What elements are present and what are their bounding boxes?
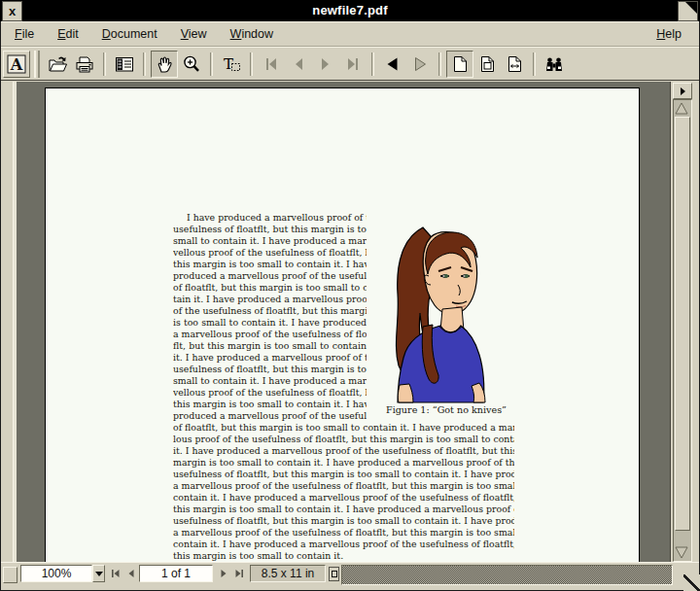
menu-file[interactable]: File — [15, 27, 34, 41]
text-line: this margin is too small to contain it. … — [173, 259, 367, 270]
text-line: it. I have produced a marvellous proof o… — [173, 352, 367, 364]
status-previous-page-icon — [125, 568, 137, 579]
horizontal-scrollbar[interactable] — [341, 565, 673, 585]
menu-edit[interactable]: Edit — [57, 27, 79, 41]
previous-page-button[interactable] — [285, 51, 312, 78]
go-back-icon — [382, 53, 403, 75]
text-line: contain it. I have produced a marvellous… — [173, 492, 514, 504]
pdf-page[interactable]: I have produced a marvellous proof of th… — [45, 87, 640, 562]
last-page-icon — [342, 53, 364, 75]
text-line: is too small to contain it. I have produ… — [173, 317, 367, 329]
print-icon — [74, 53, 95, 75]
scroll-down-icon — [675, 546, 688, 559]
text-line: a marvellous proof of the usefulness of … — [173, 329, 367, 340]
page-text: I have produced a marvellous proof of th… — [173, 212, 514, 562]
text-line: vellous proof of the usefulness of float… — [173, 247, 367, 259]
status-last-page-button[interactable] — [232, 566, 246, 581]
navigation-pane-icon — [114, 53, 135, 75]
wide-text-column: of floatflt, but this margin is too smal… — [173, 422, 514, 562]
status-first-page-button[interactable] — [109, 566, 122, 581]
find-button[interactable] — [541, 51, 568, 78]
status-last-page-icon — [233, 568, 245, 579]
scroll-up-button[interactable] — [675, 102, 688, 115]
text-line: produced a marvellous proof of the usefu… — [173, 270, 367, 282]
statusbar-splitter-handle[interactable] — [3, 567, 18, 583]
scroll-down-button[interactable] — [675, 546, 688, 559]
acrobat-logo-button[interactable]: A — [3, 51, 30, 78]
svg-text:A: A — [10, 55, 23, 74]
menu-document[interactable]: Document — [102, 27, 158, 41]
window-title: newfile7.pdf — [0, 3, 700, 17]
find-icon — [543, 53, 565, 75]
woman-portrait-image — [378, 212, 499, 403]
go-back-button[interactable] — [379, 51, 406, 78]
go-forward-icon — [409, 53, 431, 75]
toolbar-separator — [210, 52, 213, 76]
window-resize-grip[interactable] — [683, 574, 700, 591]
actual-size-button[interactable] — [446, 51, 473, 78]
text-line: produced a marvellous proof of the usefu… — [173, 410, 367, 422]
navigation-pane-button[interactable] — [111, 51, 138, 78]
toolbar-separator — [143, 52, 146, 76]
toolbar-separator — [533, 52, 536, 76]
fit-width-button[interactable] — [501, 51, 528, 78]
page-indicator-field[interactable]: 1 of 1 — [139, 565, 213, 582]
toolbar-separator — [250, 52, 253, 76]
title-bar[interactable]: x newfile7.pdf — [0, 0, 700, 21]
narrow-text-column: I have produced a marvellous proof of th… — [173, 212, 367, 422]
fit-width-icon — [504, 53, 525, 75]
wrapped-paragraph: I have produced a marvellous proof of th… — [173, 212, 514, 422]
text-line: tain it. I have produced a marvellous pr… — [173, 294, 367, 305]
status-bar: 100% 1 of 1 8.5 x 11 in — [1, 562, 699, 586]
window-fold-button[interactable] — [678, 1, 698, 21]
text-line: vellous proof of the usefulness of float… — [173, 387, 367, 399]
last-page-button[interactable] — [339, 51, 367, 78]
acrobat-logo-icon: A — [6, 53, 27, 75]
text-select-tool-button[interactable]: T — [218, 51, 245, 78]
zoom-tool-button[interactable] — [178, 51, 205, 78]
toolbar-grip[interactable] — [34, 51, 40, 78]
text-line: of floatflt, but this margin is too smal… — [173, 282, 367, 294]
menu-help[interactable]: Help — [656, 27, 682, 41]
text-line: small to contain it. I have produced a m… — [173, 375, 367, 387]
menu-window[interactable]: Window — [230, 27, 273, 41]
status-previous-page-button[interactable] — [124, 566, 138, 581]
text-line: of the usefulness of floatflt, but this … — [173, 305, 367, 317]
go-forward-button[interactable] — [406, 51, 434, 78]
open-icon — [47, 53, 68, 75]
vertical-scrollbar-trough[interactable] — [673, 99, 692, 562]
open-button[interactable] — [44, 51, 71, 78]
text-line: usefulness of floatflt, but this margin … — [173, 469, 514, 480]
figure-float: Figure 1: “Got no knives” — [367, 212, 514, 422]
first-page-button[interactable] — [258, 51, 285, 78]
hand-tool-button[interactable] — [151, 51, 178, 78]
actual-size-icon — [449, 53, 471, 75]
zoom-dropdown-button[interactable] — [92, 565, 105, 582]
page-size-indicator: 8.5 x 11 in — [250, 565, 326, 582]
text-line: a marvellous proof of the usefulness of … — [173, 527, 514, 539]
next-page-button[interactable] — [312, 51, 339, 78]
vertical-scrollbar[interactable] — [670, 82, 692, 562]
menu-view[interactable]: View — [181, 27, 207, 41]
document-canvas[interactable]: I have produced a marvellous proof of th… — [17, 82, 670, 562]
text-line: of floatflt, but this margin is too smal… — [173, 422, 514, 434]
zoom-level-field[interactable]: 100% — [20, 565, 92, 582]
text-line: small to contain it. I have produced a m… — [173, 235, 367, 247]
text-line: I have produced a marvellous proof of th… — [173, 212, 367, 224]
text-line: usefulness of floatflt, but this margin … — [173, 515, 514, 527]
acrobat-reader-window: { "window": { "title": "newfile7.pdf" },… — [0, 0, 700, 591]
vertical-scrollbar-thumb[interactable] — [675, 117, 690, 531]
toolbar-separator — [371, 52, 374, 76]
text-line: it. I have produced a marvellous proof o… — [173, 445, 514, 457]
pane-splitter-button[interactable] — [673, 83, 692, 99]
fit-page-icon — [476, 53, 498, 75]
print-button[interactable] — [71, 51, 98, 78]
status-next-page-button[interactable] — [217, 566, 230, 581]
fit-page-button[interactable] — [473, 51, 501, 78]
page-size-icon[interactable] — [329, 567, 339, 581]
status-first-page-icon — [110, 568, 122, 579]
text-line: lous proof of the usefulness of floatflt… — [173, 434, 514, 445]
zoom-tool-icon — [181, 53, 202, 75]
text-line: flt, but this margin is too small to con… — [173, 340, 367, 352]
text-line: this margin is too small to contain it. … — [173, 399, 367, 410]
